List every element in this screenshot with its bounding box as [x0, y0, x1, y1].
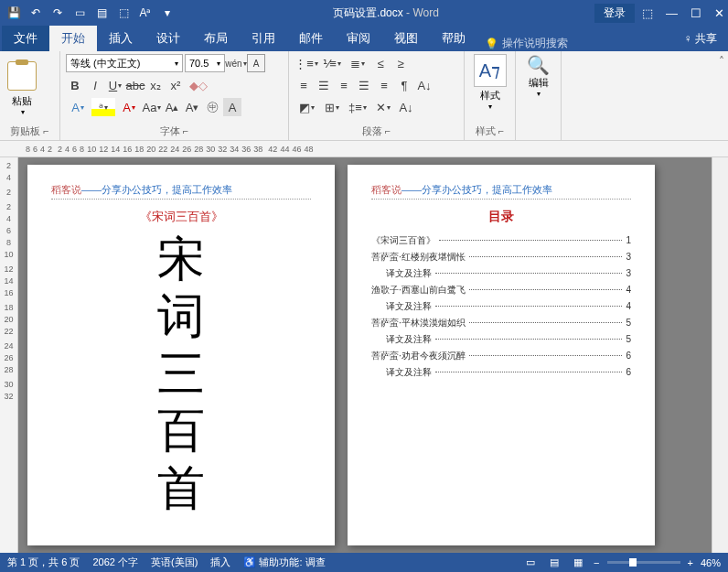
paste-button[interactable]: 粘贴 ▾ — [5, 59, 38, 118]
maximize-icon[interactable]: ☐ — [691, 6, 701, 20]
font-color-button[interactable]: A▾ — [117, 98, 141, 116]
toc-item: 译文及注释4 — [371, 298, 631, 315]
align-left-button[interactable]: ≡ — [294, 76, 313, 94]
status-page[interactable]: 第 1 页，共 6 页 — [7, 556, 80, 569]
toc-item: 《宋词三百首》1 — [371, 232, 631, 249]
qat-more[interactable]: ▾ — [157, 3, 177, 23]
decrease-indent-button[interactable]: ≤ — [371, 54, 390, 72]
bold-button[interactable]: B — [66, 76, 84, 94]
char-border-button[interactable]: A — [247, 54, 265, 72]
strikethrough-button[interactable]: abc — [126, 76, 145, 94]
toc-item: 译文及注释3 — [371, 265, 631, 282]
ribbon-options-icon[interactable]: ⬚ — [642, 6, 653, 20]
page-2: 稻客说——分享办公技巧，提高工作效率 目录 《宋词三百首》1菩萨蛮·红楼别夜堪惆… — [348, 165, 655, 545]
minimize-icon[interactable]: — — [666, 6, 678, 20]
sort-button[interactable]: A↓ — [415, 76, 434, 94]
sort-az-button[interactable]: A↓ — [397, 98, 415, 116]
phonetic-button[interactable]: wén▾ — [227, 54, 245, 72]
group-styles-label: 样式 ⌐ — [470, 123, 509, 140]
login-button[interactable]: 登录 — [594, 4, 635, 23]
text-effects-button[interactable]: A▾ — [66, 98, 90, 116]
tab-layout[interactable]: 布局 — [192, 26, 240, 51]
tell-me[interactable]: 💡操作说明搜索 — [485, 36, 572, 51]
document-area[interactable]: 稻客说——分享办公技巧，提高工作效率 《宋词三百首》 宋词三百首 稻客说——分享… — [18, 157, 712, 553]
horizontal-ruler[interactable]: 8642246810121416182022242628303234363842… — [0, 141, 728, 157]
tab-help[interactable]: 帮助 — [430, 26, 477, 51]
font-size-combo[interactable]: 70.5▾ — [185, 54, 225, 72]
collapse-ribbon-icon[interactable]: ˄ — [719, 55, 724, 68]
align-center-button[interactable]: ☰ — [315, 76, 333, 94]
tab-mailings[interactable]: 邮件 — [287, 26, 335, 51]
shrink-font-button[interactable]: A▾ — [183, 98, 201, 116]
tab-file[interactable]: 文件 — [2, 26, 49, 51]
qat-btn2[interactable]: ▤ — [91, 3, 112, 23]
align-right-button[interactable]: ≡ — [335, 76, 353, 94]
clear-format-button[interactable]: ◆◇ — [187, 76, 210, 94]
line-spacing-button[interactable]: ‡≡▾ — [346, 98, 369, 116]
tab-view[interactable]: 视图 — [382, 26, 430, 51]
vertical-scrollbar[interactable] — [712, 157, 728, 553]
show-marks-button[interactable]: ¶ — [395, 76, 413, 94]
redo-icon[interactable]: ↷ — [48, 3, 68, 23]
justify-button[interactable]: ☰ — [355, 76, 373, 94]
zoom-out-button[interactable]: − — [594, 557, 599, 568]
toc-item: 译文及注释5 — [371, 331, 631, 348]
distributed-button[interactable]: ≡ — [375, 76, 393, 94]
print-layout-icon[interactable]: ▤ — [546, 556, 562, 569]
toc-item: 渔歌子·西塞山前白鹭飞4 — [371, 282, 631, 298]
superscript-button[interactable]: x² — [166, 76, 185, 94]
qat-btn4[interactable]: Aᵃ — [135, 3, 155, 23]
tab-review[interactable]: 审阅 — [335, 26, 382, 51]
qat-btn1[interactable]: ▭ — [70, 3, 90, 23]
undo-icon[interactable]: ↶ — [26, 3, 46, 23]
zoom-level[interactable]: 46% — [701, 557, 721, 568]
tab-references[interactable]: 引用 — [240, 26, 287, 51]
zoom-slider[interactable] — [607, 561, 680, 564]
status-insert[interactable]: 插入 — [210, 556, 230, 569]
enclose-char-button[interactable]: ㊥ — [203, 98, 221, 116]
page-1: 稻客说——分享办公技巧，提高工作效率 《宋词三百首》 宋词三百首 — [27, 165, 335, 545]
font-name-combo[interactable]: 等线 (中文正文)▾ — [66, 54, 183, 72]
toc-item: 菩萨蛮·平林漠漠烟如织5 — [371, 315, 631, 331]
underline-button[interactable]: U▾ — [106, 76, 124, 94]
change-case-button[interactable]: Aa▾ — [143, 98, 161, 116]
subscript-button[interactable]: x₂ — [146, 76, 165, 94]
tab-insert[interactable]: 插入 — [97, 26, 145, 51]
read-mode-icon[interactable]: ▭ — [522, 556, 539, 569]
status-words[interactable]: 2062 个字 — [92, 556, 138, 569]
group-clipboard-label: 剪贴板 ⌐ — [5, 123, 54, 140]
status-language[interactable]: 英语(美国) — [151, 556, 198, 569]
save-icon[interactable]: 💾 — [4, 3, 24, 23]
group-paragraph-label: 段落 ⌐ — [294, 123, 458, 140]
title-characters: 宋词三百首 — [51, 231, 311, 516]
highlight-button[interactable]: ᵃ▾ — [91, 98, 115, 116]
shading-button[interactable]: ◩▾ — [294, 98, 318, 116]
tab-design[interactable]: 设计 — [145, 26, 192, 51]
toc-item: 译文及注释6 — [371, 364, 631, 381]
char-scale-button[interactable]: ✕▾ — [371, 98, 395, 116]
bullets-button[interactable]: ⋮≡▾ — [294, 54, 318, 72]
toc-item: 菩萨蛮·红楼别夜堪惆怅3 — [371, 249, 631, 265]
borders-button[interactable]: ⊞▾ — [320, 98, 344, 116]
numbering-button[interactable]: ⅟≡▾ — [320, 54, 344, 72]
multilevel-button[interactable]: ≣▾ — [346, 54, 369, 72]
increase-indent-button[interactable]: ≥ — [391, 54, 410, 72]
edit-button[interactable]: 🔍 编辑 ▾ — [527, 54, 550, 98]
toc-item: 菩萨蛮·劝君今夜须沉醉6 — [371, 348, 631, 364]
book-title: 《宋词三百首》 — [51, 209, 311, 225]
vertical-ruler[interactable]: 2422468101214161820222426283032 — [0, 157, 18, 553]
window-title: 页码设置.docx - Word — [177, 5, 594, 21]
styles-icon: A⁊ — [474, 54, 507, 87]
styles-button[interactable]: A⁊ 样式 ▾ — [474, 54, 507, 111]
status-accessibility[interactable]: ♿ 辅助功能: 调查 — [243, 556, 325, 569]
grow-font-button[interactable]: A▴ — [163, 98, 181, 116]
italic-button[interactable]: I — [86, 76, 104, 94]
web-layout-icon[interactable]: ▦ — [570, 556, 586, 569]
qat-btn3[interactable]: ⬚ — [113, 3, 134, 23]
share-button[interactable]: ♀ 共享 — [673, 27, 728, 51]
zoom-in-button[interactable]: + — [688, 557, 693, 568]
tab-home[interactable]: 开始 — [49, 26, 97, 51]
char-shading-button[interactable]: A — [223, 98, 241, 116]
clipboard-icon — [7, 61, 37, 91]
close-icon[interactable]: ✕ — [714, 6, 724, 20]
